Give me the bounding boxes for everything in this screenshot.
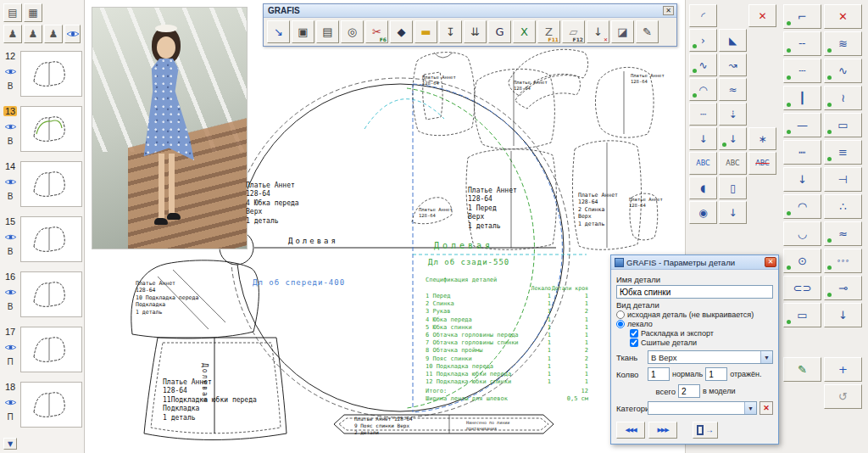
pattern-thumbnail-row[interactable]: 18 П (0, 380, 84, 435)
tool-button[interactable]: ≀ (824, 86, 862, 110)
tool-button[interactable]: ┄ (783, 59, 821, 83)
tool-button[interactable]: ┃ (783, 86, 821, 110)
toolbar-button[interactable]: ◆ (390, 20, 413, 43)
tool-button[interactable]: ∿ (824, 59, 862, 83)
pattern-thumbnail-row[interactable]: 17 П (0, 325, 84, 380)
tool-button[interactable]: ⊣ (824, 167, 862, 192)
tool-button[interactable]: ▭ (783, 303, 821, 327)
checkbox-layout-export[interactable] (630, 329, 638, 338)
pattern-thumbnail[interactable] (20, 382, 82, 428)
model-figure-button[interactable]: ♟ (44, 25, 63, 43)
tool-button[interactable]: ↓ (824, 303, 862, 327)
view-tool-button[interactable]: ▤ (3, 3, 22, 22)
tool-button[interactable]: ↺ (824, 384, 862, 409)
tool-button[interactable]: ≈ (719, 78, 747, 101)
total-input[interactable] (678, 384, 700, 398)
part-name-input[interactable] (616, 285, 773, 299)
clear-category-button[interactable]: ✕ (760, 401, 773, 415)
toolbar-button[interactable]: ↓✕ (587, 20, 609, 43)
radio-pattern-piece[interactable] (616, 320, 625, 328)
tool-button[interactable]: ◡ (783, 221, 821, 246)
tool-button[interactable]: ABC (748, 152, 776, 175)
dialog-titlebar[interactable]: GRAFIS - Параметры детали ✕ (611, 255, 778, 270)
exit-dialog-button[interactable]: → (693, 422, 718, 439)
tool-button[interactable]: ↝ (719, 53, 747, 76)
visibility-eye-icon[interactable] (4, 284, 17, 299)
toolbar-button[interactable]: G (488, 20, 511, 43)
visibility-eye-icon[interactable] (4, 64, 17, 79)
category-select[interactable]: ▼ (648, 401, 757, 415)
pattern-thumbnail[interactable] (20, 106, 82, 152)
tool-button[interactable]: — (783, 113, 821, 137)
tool-button[interactable]: › (689, 29, 717, 52)
tool-button[interactable]: ◣ (719, 29, 747, 52)
tool-button[interactable]: ╌ (783, 31, 821, 56)
toolbar-button[interactable]: ▱F12 (562, 20, 585, 43)
toolbar-button[interactable]: ◪ (611, 20, 634, 43)
tool-button[interactable]: ┄ (689, 103, 717, 126)
model-figure-button[interactable]: ♟ (3, 25, 22, 43)
tool-button[interactable]: ABC (719, 152, 747, 175)
visibility-eye-icon[interactable] (4, 229, 17, 244)
visibility-eye-icon[interactable] (4, 119, 17, 134)
tool-button[interactable]: ∿ (689, 53, 717, 76)
visibility-eye-icon[interactable] (4, 394, 17, 410)
tool-button[interactable]: ↓ (719, 201, 747, 224)
tool-button[interactable]: ↓ (689, 127, 717, 150)
pattern-thumbnail[interactable] (20, 271, 82, 317)
tool-button[interactable]: ✕ (824, 4, 862, 29)
model-figure-button[interactable]: ♟ (24, 25, 42, 43)
pattern-thumbnail[interactable] (20, 161, 82, 207)
pattern-thumbnail[interactable] (20, 216, 82, 262)
tool-button[interactable]: ◖ (689, 176, 717, 199)
toolbar-button[interactable]: ✎ (636, 20, 659, 43)
toolbar-button[interactable]: X (513, 20, 536, 43)
tool-button[interactable]: ≡ (824, 140, 862, 165)
toolbar-button[interactable]: ZF11 (537, 20, 560, 43)
tool-button[interactable]: ABC (689, 152, 717, 175)
toolbar-button[interactable]: ▣ (292, 20, 314, 43)
pattern-thumbnail[interactable] (20, 327, 82, 372)
tool-button[interactable]: + (824, 357, 862, 382)
tool-button[interactable]: ✎ (783, 357, 821, 382)
tool-button[interactable]: ⇣ (719, 103, 747, 126)
toolbar-button[interactable]: ◎ (341, 20, 364, 43)
pattern-thumbnail-row[interactable]: 14 В (0, 159, 84, 215)
quantity-mirrored-input[interactable] (705, 367, 727, 381)
tool-button[interactable]: ⌐ (783, 4, 821, 29)
toolbar-close-button[interactable]: ✕ (663, 6, 674, 15)
radio-source-part[interactable] (616, 310, 625, 319)
pattern-thumbnail-row[interactable]: 16 В (0, 270, 84, 325)
toolbar-button[interactable]: ▬ (415, 20, 437, 43)
sidebar-scroll-down-button[interactable]: ▼ (3, 438, 17, 450)
toolbar-button[interactable]: ↧ (439, 20, 462, 43)
tool-button[interactable]: ▯ (719, 176, 747, 199)
dialog-close-button[interactable]: ✕ (765, 257, 776, 267)
pattern-thumbnail[interactable] (20, 51, 82, 97)
fabric-select[interactable]: В Верх ▼ (648, 350, 773, 364)
tool-button[interactable]: ↓ (783, 167, 821, 192)
pattern-canvas[interactable]: Платье Аннет 128-64 4 Юбка переда Верх 1… (85, 0, 685, 453)
tool-button[interactable]: ┉ (783, 140, 821, 165)
tool-button[interactable]: ◉ (689, 201, 717, 224)
next-part-button[interactable]: ▶▶▶ (648, 422, 677, 439)
tool-button[interactable]: ≋ (824, 31, 862, 56)
visibility-eye-icon[interactable] (4, 339, 17, 355)
tool-button[interactable]: ◠ (783, 194, 821, 219)
toolbar-button[interactable]: ✂F6 (365, 20, 388, 43)
pattern-thumbnail-row[interactable]: 12 В (0, 49, 84, 104)
tool-button[interactable]: ▭ (824, 113, 862, 137)
tool-button[interactable]: ⊙ (783, 249, 821, 273)
toolbar-titlebar[interactable]: GRAFIS ✕ (264, 4, 676, 18)
pattern-thumbnail-row[interactable]: 13 В (0, 104, 84, 159)
tool-button[interactable]: ✕ (748, 4, 776, 27)
tool-button[interactable]: ∗ (748, 127, 776, 150)
tool-button[interactable]: ∴ (824, 194, 862, 219)
tool-button[interactable]: ◜ (689, 4, 717, 27)
tool-button[interactable]: ≈ (824, 221, 862, 246)
tool-button[interactable]: ⊸ (824, 276, 862, 300)
view-tool-button[interactable]: ▦ (24, 3, 42, 22)
quantity-normal-input[interactable] (648, 367, 670, 381)
toolbar-button[interactable]: ⇊ (464, 20, 487, 43)
tool-button[interactable]: ∘∘∘ (824, 249, 862, 273)
